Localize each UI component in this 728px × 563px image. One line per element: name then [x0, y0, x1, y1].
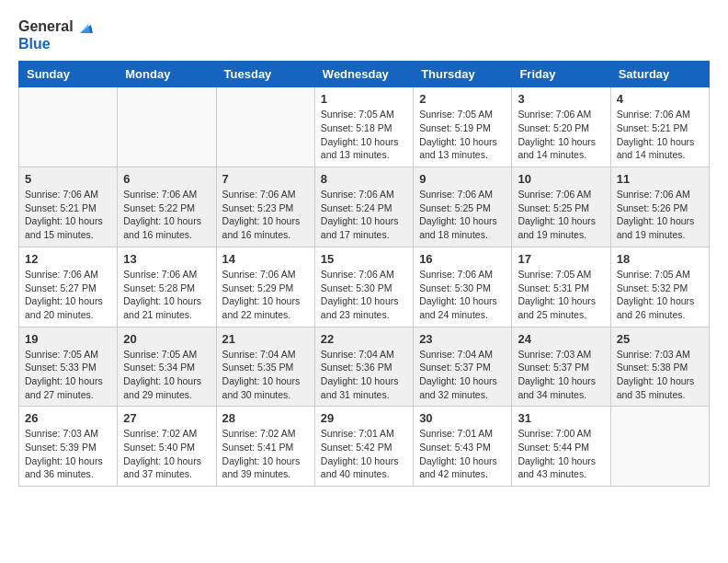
calendar-cell: 23Sunrise: 7:04 AM Sunset: 5:37 PM Dayli… — [414, 327, 512, 407]
calendar-cell: 5Sunrise: 7:06 AM Sunset: 5:21 PM Daylig… — [19, 167, 118, 247]
calendar-cell: 25Sunrise: 7:03 AM Sunset: 5:38 PM Dayli… — [610, 327, 709, 407]
day-info: Sunrise: 7:03 AM Sunset: 5:37 PM Dayligh… — [518, 348, 604, 402]
day-info: Sunrise: 7:06 AM Sunset: 5:21 PM Dayligh… — [25, 188, 111, 242]
day-info: Sunrise: 7:06 AM Sunset: 5:24 PM Dayligh… — [321, 188, 407, 242]
calendar-cell: 26Sunrise: 7:03 AM Sunset: 5:39 PM Dayli… — [19, 407, 118, 487]
day-info: Sunrise: 7:06 AM Sunset: 5:30 PM Dayligh… — [321, 268, 407, 322]
day-number: 2 — [419, 92, 506, 106]
day-number: 25 — [617, 332, 703, 346]
day-number: 6 — [123, 172, 210, 186]
calendar-cell: 12Sunrise: 7:06 AM Sunset: 5:27 PM Dayli… — [19, 247, 118, 327]
day-info: Sunrise: 7:06 AM Sunset: 5:27 PM Dayligh… — [25, 268, 111, 322]
day-info: Sunrise: 7:03 AM Sunset: 5:39 PM Dayligh… — [25, 427, 111, 481]
calendar-cell: 11Sunrise: 7:06 AM Sunset: 5:26 PM Dayli… — [610, 167, 709, 247]
day-info: Sunrise: 7:06 AM Sunset: 5:21 PM Dayligh… — [617, 108, 703, 162]
day-info: Sunrise: 7:06 AM Sunset: 5:30 PM Dayligh… — [419, 268, 506, 322]
calendar-cell: 2Sunrise: 7:05 AM Sunset: 5:19 PM Daylig… — [414, 87, 512, 167]
weekday-header-tuesday: Tuesday — [216, 62, 314, 87]
day-info: Sunrise: 7:04 AM Sunset: 5:35 PM Dayligh… — [222, 348, 309, 402]
day-number: 10 — [518, 172, 604, 186]
day-number: 1 — [321, 92, 407, 106]
day-info: Sunrise: 7:06 AM Sunset: 5:25 PM Dayligh… — [419, 188, 506, 242]
calendar-week-row: 12Sunrise: 7:06 AM Sunset: 5:27 PM Dayli… — [19, 247, 710, 327]
calendar-cell — [19, 87, 118, 167]
day-info: Sunrise: 7:05 AM Sunset: 5:33 PM Dayligh… — [25, 348, 111, 402]
calendar-week-row: 1Sunrise: 7:05 AM Sunset: 5:18 PM Daylig… — [19, 87, 710, 167]
day-number: 3 — [518, 92, 604, 106]
calendar-cell: 8Sunrise: 7:06 AM Sunset: 5:24 PM Daylig… — [314, 167, 413, 247]
day-info: Sunrise: 7:05 AM Sunset: 5:18 PM Dayligh… — [321, 108, 407, 162]
weekday-header-wednesday: Wednesday — [314, 62, 413, 87]
day-info: Sunrise: 7:04 AM Sunset: 5:36 PM Dayligh… — [321, 348, 407, 402]
logo: General Blue — [18, 18, 94, 52]
calendar-header-row: SundayMondayTuesdayWednesdayThursdayFrid… — [19, 62, 710, 87]
svg-marker-1 — [80, 24, 90, 33]
logo-text: General — [18, 18, 94, 36]
weekday-header-thursday: Thursday — [414, 62, 512, 87]
calendar-cell: 16Sunrise: 7:06 AM Sunset: 5:30 PM Dayli… — [414, 247, 512, 327]
calendar-cell: 14Sunrise: 7:06 AM Sunset: 5:29 PM Dayli… — [216, 247, 314, 327]
day-number: 11 — [617, 172, 703, 186]
calendar-cell: 28Sunrise: 7:02 AM Sunset: 5:41 PM Dayli… — [216, 407, 314, 487]
day-info: Sunrise: 7:06 AM Sunset: 5:25 PM Dayligh… — [518, 188, 604, 242]
day-number: 28 — [222, 411, 309, 425]
calendar-cell: 21Sunrise: 7:04 AM Sunset: 5:35 PM Dayli… — [216, 327, 314, 407]
logo-icon — [77, 19, 94, 36]
day-number: 9 — [419, 172, 506, 186]
day-number: 8 — [321, 172, 407, 186]
calendar-cell: 9Sunrise: 7:06 AM Sunset: 5:25 PM Daylig… — [414, 167, 512, 247]
weekday-header-saturday: Saturday — [610, 62, 709, 87]
calendar-week-row: 5Sunrise: 7:06 AM Sunset: 5:21 PM Daylig… — [19, 167, 710, 247]
calendar-cell: 30Sunrise: 7:01 AM Sunset: 5:43 PM Dayli… — [414, 407, 512, 487]
day-info: Sunrise: 7:01 AM Sunset: 5:42 PM Dayligh… — [321, 427, 407, 481]
day-number: 20 — [123, 332, 210, 346]
calendar-cell: 22Sunrise: 7:04 AM Sunset: 5:36 PM Dayli… — [314, 327, 413, 407]
logo-blue-text: Blue — [18, 36, 94, 52]
calendar-cell: 20Sunrise: 7:05 AM Sunset: 5:34 PM Dayli… — [118, 327, 216, 407]
day-info: Sunrise: 7:06 AM Sunset: 5:22 PM Dayligh… — [123, 188, 210, 242]
day-number: 13 — [123, 252, 210, 266]
calendar-table: SundayMondayTuesdayWednesdayThursdayFrid… — [18, 61, 710, 487]
day-number: 26 — [25, 411, 111, 425]
day-info: Sunrise: 7:00 AM Sunset: 5:44 PM Dayligh… — [518, 427, 604, 481]
day-info: Sunrise: 7:02 AM Sunset: 5:40 PM Dayligh… — [123, 427, 210, 481]
calendar-cell: 29Sunrise: 7:01 AM Sunset: 5:42 PM Dayli… — [314, 407, 413, 487]
day-number: 18 — [617, 252, 703, 266]
calendar-cell — [216, 87, 314, 167]
day-info: Sunrise: 7:06 AM Sunset: 5:28 PM Dayligh… — [123, 268, 210, 322]
calendar-cell: 7Sunrise: 7:06 AM Sunset: 5:23 PM Daylig… — [216, 167, 314, 247]
calendar-cell: 18Sunrise: 7:05 AM Sunset: 5:32 PM Dayli… — [610, 247, 709, 327]
day-info: Sunrise: 7:06 AM Sunset: 5:23 PM Dayligh… — [222, 188, 309, 242]
day-number: 14 — [222, 252, 309, 266]
calendar-cell: 6Sunrise: 7:06 AM Sunset: 5:22 PM Daylig… — [118, 167, 216, 247]
weekday-header-sunday: Sunday — [19, 62, 118, 87]
day-number: 5 — [25, 172, 111, 186]
calendar-cell — [118, 87, 216, 167]
day-number: 7 — [222, 172, 309, 186]
day-info: Sunrise: 7:04 AM Sunset: 5:37 PM Dayligh… — [419, 348, 506, 402]
calendar-cell: 31Sunrise: 7:00 AM Sunset: 5:44 PM Dayli… — [512, 407, 610, 487]
calendar-cell: 27Sunrise: 7:02 AM Sunset: 5:40 PM Dayli… — [118, 407, 216, 487]
calendar-cell: 1Sunrise: 7:05 AM Sunset: 5:18 PM Daylig… — [314, 87, 413, 167]
calendar-cell: 10Sunrise: 7:06 AM Sunset: 5:25 PM Dayli… — [512, 167, 610, 247]
day-number: 16 — [419, 252, 506, 266]
weekday-header-monday: Monday — [118, 62, 216, 87]
day-info: Sunrise: 7:05 AM Sunset: 5:34 PM Dayligh… — [123, 348, 210, 402]
day-number: 29 — [321, 411, 407, 425]
day-info: Sunrise: 7:01 AM Sunset: 5:43 PM Dayligh… — [419, 427, 506, 481]
day-number: 23 — [419, 332, 506, 346]
day-number: 31 — [518, 411, 604, 425]
calendar-cell — [610, 407, 709, 487]
day-info: Sunrise: 7:06 AM Sunset: 5:26 PM Dayligh… — [617, 188, 703, 242]
day-info: Sunrise: 7:02 AM Sunset: 5:41 PM Dayligh… — [222, 427, 309, 481]
day-info: Sunrise: 7:06 AM Sunset: 5:29 PM Dayligh… — [222, 268, 309, 322]
weekday-header-friday: Friday — [512, 62, 610, 87]
day-number: 4 — [617, 92, 703, 106]
day-number: 12 — [25, 252, 111, 266]
day-number: 17 — [518, 252, 604, 266]
day-info: Sunrise: 7:05 AM Sunset: 5:19 PM Dayligh… — [419, 108, 506, 162]
day-number: 30 — [419, 411, 506, 425]
day-number: 27 — [123, 411, 210, 425]
calendar-cell: 3Sunrise: 7:06 AM Sunset: 5:20 PM Daylig… — [512, 87, 610, 167]
calendar-week-row: 26Sunrise: 7:03 AM Sunset: 5:39 PM Dayli… — [19, 407, 710, 487]
